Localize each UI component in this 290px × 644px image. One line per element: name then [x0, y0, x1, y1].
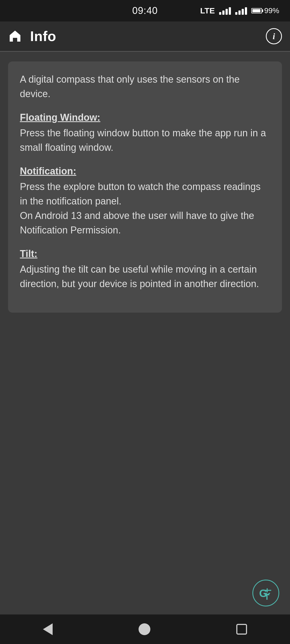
signal-icon [219, 7, 231, 15]
notification-body: Press the explore button to watch the co… [20, 180, 270, 237]
back-icon [43, 623, 53, 635]
intro-text: A digital compass that only uses the sen… [20, 72, 270, 101]
notification-title: Notification: [20, 166, 270, 177]
recent-icon [236, 624, 247, 635]
tilt-section: Tilt: Adjusting the tilt can be useful w… [20, 248, 270, 291]
info-button[interactable]: i [266, 28, 282, 44]
status-bar-right: LTE 99% [200, 6, 279, 15]
status-bar: 09:40 LTE 99% [0, 0, 290, 21]
home-nav-icon [139, 623, 150, 635]
notification-section: Notification: Press the explore button t… [20, 166, 270, 237]
nav-recent-button[interactable] [236, 624, 247, 635]
floating-window-title: Floating Window: [20, 112, 270, 123]
status-time: 09:40 [132, 5, 158, 16]
content-area: A digital compass that only uses the sen… [0, 52, 290, 321]
home-button[interactable] [8, 29, 22, 43]
tilt-body: Adjusting the tilt can be useful while m… [20, 262, 270, 291]
floating-window-section: Floating Window: Press the floating wind… [20, 112, 270, 155]
translate-fab[interactable]: G T [252, 580, 279, 606]
battery-container: 99% [251, 6, 279, 15]
app-bar-left: Info [8, 28, 56, 44]
signal-icon-2 [235, 7, 247, 15]
floating-window-body: Press the floating window button to make… [20, 126, 270, 155]
tilt-title: Tilt: [20, 248, 270, 259]
info-card: A digital compass that only uses the sen… [8, 61, 282, 313]
translate-icon: G T [258, 585, 274, 601]
app-bar: Info i [0, 21, 290, 51]
page-title: Info [30, 28, 56, 44]
lte-label: LTE [200, 6, 215, 15]
info-icon-label: i [273, 31, 275, 41]
battery-icon [251, 8, 262, 13]
nav-bar [0, 614, 290, 644]
nav-home-button[interactable] [139, 623, 150, 635]
nav-back-button[interactable] [43, 623, 53, 635]
battery-percent: 99% [264, 6, 279, 15]
